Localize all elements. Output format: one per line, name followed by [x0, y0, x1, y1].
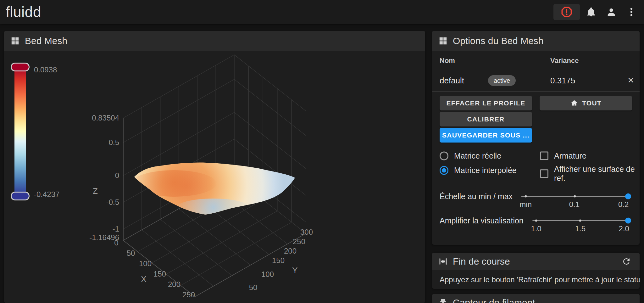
bed-mesh-options-card: Options du Bed Mesh Nom Variance default…	[432, 31, 640, 245]
colorbar-max-marker	[11, 63, 30, 71]
profile-close-button[interactable]: ×	[628, 75, 634, 85]
checkbox-off-icon	[540, 152, 548, 160]
z-tick: 0	[115, 171, 119, 180]
slider-dot	[574, 195, 576, 198]
refresh-icon	[622, 257, 631, 266]
column-variance: Variance	[550, 57, 579, 65]
endstops-message: Appuyez sur le bouton 'Rafraîchir' pour …	[440, 275, 640, 284]
divider	[432, 91, 640, 92]
x-tick: 200	[168, 280, 180, 289]
radio-matrice-reelle[interactable]: Matrice réelle	[440, 151, 501, 160]
slider-dot	[579, 220, 581, 222]
bed-mesh-card-header[interactable]: Bed Mesh	[4, 31, 425, 51]
x-tick: 150	[153, 270, 166, 278]
filament-card-title: Capteur de filament	[453, 297, 535, 303]
checkbox-off-icon	[540, 170, 548, 178]
x-tick: 50	[127, 249, 135, 258]
slider-amplify-label: Amplifier la visualisation	[440, 216, 532, 225]
slider-scale-label: Échelle au min / max	[440, 192, 521, 201]
z-tick: -1	[113, 225, 119, 233]
fluidd-logo[interactable]: fluidd	[6, 3, 41, 20]
view-grid-icon	[10, 36, 20, 46]
checkbox-surface-ref[interactable]: Afficher une surface de ref.	[540, 165, 636, 183]
colorbar	[14, 66, 26, 196]
slider-amplify-thumb[interactable]	[625, 218, 631, 224]
radio-matrice-interpolee[interactable]: Matrice interpolée	[440, 166, 517, 175]
colorbar-max-label: 0.0938	[34, 65, 57, 74]
view-grid-icon	[438, 36, 448, 46]
slider-scale-thumb[interactable]	[625, 194, 631, 199]
slider-tick-label: 1.0	[531, 224, 541, 233]
alert-octagon-icon	[561, 6, 573, 18]
radio-label: Matrice réelle	[454, 151, 501, 160]
x-axis-label: X	[141, 274, 146, 284]
account-button[interactable]	[602, 3, 620, 21]
slider-tick-label: 0.2	[618, 200, 629, 209]
nozzle-icon	[438, 298, 448, 303]
y-tick: 300	[300, 228, 313, 237]
y-tick: 250	[293, 237, 305, 246]
radio-on-icon	[440, 166, 448, 175]
profile-active-chip: active	[488, 75, 516, 86]
bed-mesh-card: Bed Mesh	[4, 31, 425, 303]
filament-card: Capteur de filament	[432, 294, 640, 303]
y-tick: 50	[249, 283, 258, 292]
app-bar: fluidd	[0, 0, 644, 24]
y-axis-label: Y	[292, 266, 297, 275]
x-tick: 100	[139, 259, 152, 268]
colorbar-min-marker	[11, 192, 30, 200]
emergency-stop-button[interactable]	[553, 4, 580, 20]
y-tick: 100	[261, 270, 274, 279]
radio-off-icon	[440, 151, 448, 160]
slider-tick-label: 0.1	[569, 200, 580, 209]
app-menu-button[interactable]	[623, 3, 640, 21]
calibrate-button[interactable]: CALIBRER	[440, 112, 532, 126]
divider	[432, 69, 640, 69]
slider-tick-label: 1.5	[575, 224, 586, 233]
app-bar-actions	[553, 0, 640, 24]
filament-card-header[interactable]: Capteur de filament	[432, 294, 640, 303]
save-as-button[interactable]: SAUVEGARDER SOUS ...	[440, 128, 532, 143]
options-card-header[interactable]: Options du Bed Mesh	[432, 31, 640, 51]
slider-scale-track[interactable]: min 0.1 0.2	[521, 196, 628, 197]
bell-icon	[586, 7, 597, 17]
endstops-card-title: Fin de course	[453, 256, 510, 267]
x-tick: 0	[114, 238, 118, 247]
refresh-button[interactable]	[619, 255, 633, 268]
column-nom: Nom	[440, 57, 455, 65]
slider-tick-label: 2.0	[619, 224, 629, 233]
options-card-title: Options du Bed Mesh	[453, 36, 544, 46]
slider-amplify-track[interactable]: 1.0 1.5 2.0	[532, 220, 628, 221]
bed-mesh-plot[interactable]: 0.0938 -0.4237 0.83504 0.5 0 -0.5 -1 -1.…	[4, 51, 425, 303]
z-axis-label: Z	[93, 186, 98, 196]
profile-name: default	[440, 76, 464, 86]
all-button[interactable]: TOUT	[540, 96, 632, 110]
slider-amplify-row: Amplifier la visualisation 1.0 1.5 2.0	[440, 212, 628, 229]
all-button-label: TOUT	[582, 99, 602, 107]
endstops-card-header[interactable]: Fin de course	[432, 253, 640, 270]
profile-variance: 0.3175	[550, 76, 575, 86]
account-icon	[606, 7, 617, 17]
y-tick: 200	[284, 247, 297, 255]
slider-dot	[525, 195, 527, 198]
checkbox-label: Armature	[554, 151, 586, 160]
checkbox-label: Afficher une surface de ref.	[554, 165, 636, 183]
z-tick: 0.83504	[92, 114, 119, 122]
expand-horizontal-icon	[438, 257, 448, 266]
z-tick: -0.5	[106, 198, 119, 207]
remove-profile-button[interactable]: EFFACER LE PROFILE	[440, 96, 532, 110]
dots-vertical-icon	[626, 7, 637, 17]
endstops-card: Fin de course Appuyez sur le bouton 'Raf…	[432, 253, 640, 289]
slider-scale-row: Échelle au min / max min 0.1 0.2	[440, 188, 628, 205]
slider-tick-label: min	[519, 200, 532, 209]
notifications-button[interactable]	[582, 3, 600, 21]
bed-mesh-card-title: Bed Mesh	[25, 36, 67, 46]
slider-dot	[535, 220, 537, 222]
z-tick: 0.5	[109, 138, 119, 147]
checkbox-armature[interactable]: Armature	[540, 151, 586, 160]
home-icon	[570, 99, 578, 107]
x-tick: 250	[182, 290, 195, 299]
colorbar-min-label: -0.4237	[34, 190, 59, 199]
radio-label: Matrice interpolée	[454, 166, 517, 175]
y-tick: 150	[272, 256, 285, 265]
